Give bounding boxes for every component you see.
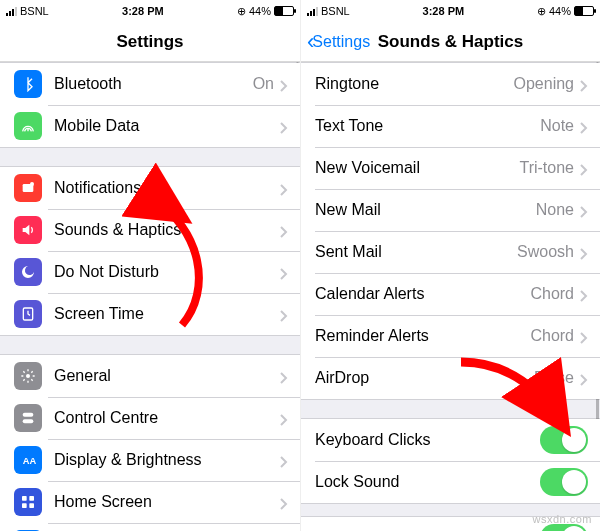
chevron-right-icon — [280, 308, 288, 320]
settings-screen: BSNL 3:28 PM ⊕ 44% Settings BluetoothOnM… — [0, 0, 300, 531]
status-time: 3:28 PM — [423, 5, 465, 17]
svg-rect-8 — [29, 496, 34, 501]
signal-icon — [6, 6, 17, 16]
chevron-right-icon — [280, 454, 288, 466]
row-label: Home Screen — [54, 493, 280, 511]
back-button[interactable]: ‹ Settings — [307, 31, 370, 53]
toggle-switch[interactable] — [540, 468, 588, 496]
sounds-haptics-screen: BSNL 3:28 PM ⊕ 44% ‹ Settings Sounds & H… — [300, 0, 600, 531]
bluetooth-icon — [14, 70, 42, 98]
toggle-switch[interactable] — [540, 524, 588, 531]
settings-row-general[interactable]: General — [0, 355, 300, 397]
settings-row-bluetooth[interactable]: BluetoothOn — [0, 63, 300, 105]
chevron-right-icon — [280, 370, 288, 382]
chevron-right-icon — [280, 78, 288, 90]
status-bar: BSNL 3:28 PM ⊕ 44% — [0, 0, 300, 22]
toggle-row-keyboard-clicks: Keyboard Clicks — [301, 419, 600, 461]
settings-row-text-tone[interactable]: Text ToneNote — [301, 105, 600, 147]
svg-rect-7 — [22, 496, 27, 501]
battery-icon — [274, 6, 294, 16]
row-label: Notifications — [54, 179, 280, 197]
row-value: Tri-tone — [519, 159, 574, 177]
settings-row-notifications[interactable]: Notifications — [0, 167, 300, 209]
row-value: Swoosh — [517, 243, 574, 261]
svg-text:AA: AA — [23, 456, 36, 466]
chevron-right-icon — [280, 120, 288, 132]
chevron-right-icon — [580, 162, 588, 174]
chevron-right-icon — [580, 330, 588, 342]
settings-row-reminder-alerts[interactable]: Reminder AlertsChord — [301, 315, 600, 357]
watermark: wsxdn.com — [532, 513, 592, 525]
svg-point-1 — [30, 182, 34, 186]
display-icon: AA — [14, 446, 42, 474]
battery-icon — [574, 6, 594, 16]
sounds-icon — [14, 216, 42, 244]
dnd-icon — [14, 258, 42, 286]
row-value: Opening — [514, 75, 575, 93]
row-label: AirDrop — [315, 369, 534, 387]
settings-row-sent-mail[interactable]: Sent MailSwoosh — [301, 231, 600, 273]
row-value: On — [253, 75, 274, 93]
nav-title: Settings — [116, 32, 183, 52]
settings-row-accessibility[interactable]: Accessibility — [0, 523, 300, 531]
row-label: General — [54, 367, 280, 385]
nav-bar: ‹ Settings Sounds & Haptics — [301, 22, 600, 62]
row-label: New Mail — [315, 201, 536, 219]
nav-bar: Settings — [0, 22, 300, 62]
row-label: Sounds & Haptics — [54, 221, 280, 239]
chevron-right-icon — [280, 224, 288, 236]
svg-rect-9 — [22, 503, 27, 508]
row-value: Note — [540, 117, 574, 135]
settings-row-sounds-haptics[interactable]: Sounds & Haptics — [0, 209, 300, 251]
settings-row-display-brightness[interactable]: AADisplay & Brightness — [0, 439, 300, 481]
settings-row-calendar-alerts[interactable]: Calendar AlertsChord — [301, 273, 600, 315]
settings-row-new-mail[interactable]: New MailNone — [301, 189, 600, 231]
row-label: Mobile Data — [54, 117, 280, 135]
row-label: New Voicemail — [315, 159, 519, 177]
svg-rect-5 — [23, 419, 34, 423]
sounds-list[interactable]: RingtoneOpeningText ToneNoteNew Voicemai… — [301, 62, 600, 531]
chevron-right-icon — [280, 412, 288, 424]
chevron-right-icon — [280, 496, 288, 508]
toggle-switch[interactable] — [540, 426, 588, 454]
settings-row-mobile-data[interactable]: Mobile Data — [0, 105, 300, 147]
row-label: Ringtone — [315, 75, 514, 93]
control-centre-icon — [14, 404, 42, 432]
notifications-icon — [14, 174, 42, 202]
status-bar: BSNL 3:28 PM ⊕ 44% — [301, 0, 600, 22]
settings-row-control-centre[interactable]: Control Centre — [0, 397, 300, 439]
settings-row-do-not-disturb[interactable]: Do Not Disturb — [0, 251, 300, 293]
row-label: Calendar Alerts — [315, 285, 530, 303]
chevron-right-icon — [580, 120, 588, 132]
battery-percent: 44% — [249, 5, 271, 17]
row-label: Keyboard Clicks — [315, 431, 540, 449]
carrier-label: BSNL — [20, 5, 49, 17]
gear-icon — [14, 362, 42, 390]
settings-row-home-screen[interactable]: Home Screen — [0, 481, 300, 523]
svg-rect-4 — [23, 413, 34, 417]
row-label: Control Centre — [54, 409, 280, 427]
settings-row-airdrop[interactable]: AirDropPulse — [301, 357, 600, 399]
row-label: Screen Time — [54, 305, 280, 323]
chevron-right-icon — [280, 182, 288, 194]
settings-row-screen-time[interactable]: Screen Time — [0, 293, 300, 335]
svg-rect-10 — [29, 503, 34, 508]
toggle-row-lock-sound: Lock Sound — [301, 461, 600, 503]
row-label: Do Not Disturb — [54, 263, 280, 281]
nav-title: Sounds & Haptics — [378, 32, 523, 52]
settings-row-ringtone[interactable]: RingtoneOpening — [301, 63, 600, 105]
chevron-right-icon — [580, 246, 588, 258]
status-time: 3:28 PM — [122, 5, 164, 17]
alarm-icon: ⊕ — [237, 5, 246, 18]
row-label: Sent Mail — [315, 243, 517, 261]
chevron-right-icon — [580, 78, 588, 90]
row-value: Chord — [530, 285, 574, 303]
alarm-icon: ⊕ — [537, 5, 546, 18]
signal-icon — [307, 6, 318, 16]
back-label: Settings — [312, 33, 370, 51]
settings-row-new-voicemail[interactable]: New VoicemailTri-tone — [301, 147, 600, 189]
settings-list[interactable]: BluetoothOnMobile Data NotificationsSoun… — [0, 62, 300, 531]
chevron-right-icon — [580, 288, 588, 300]
row-value: None — [536, 201, 574, 219]
screentime-icon — [14, 300, 42, 328]
